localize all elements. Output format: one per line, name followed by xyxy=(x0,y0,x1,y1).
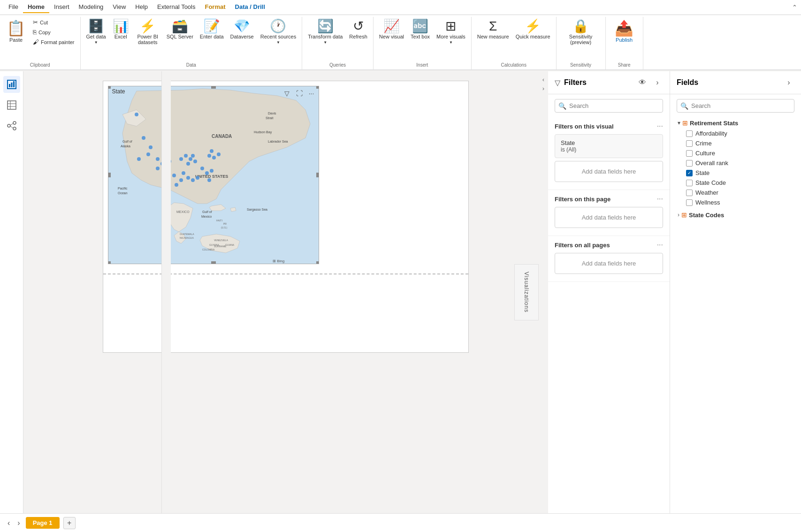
fields-expand-btn[interactable]: › xyxy=(783,77,794,88)
all-pages-add-fields[interactable]: Add data fields here xyxy=(555,253,663,274)
resize-handle-w[interactable] xyxy=(108,173,111,177)
svg-text:SURINAME: SURINAME xyxy=(214,245,227,248)
filters-panel: ‹ › Visualizations ▽ Filters 👁 › 🔍 Filte… xyxy=(548,71,670,513)
field-state-code[interactable]: State Code xyxy=(675,178,796,188)
map-more-btn[interactable]: ··· xyxy=(306,88,317,99)
svg-point-46 xyxy=(142,136,145,140)
paste-button[interactable]: 📋 Paste xyxy=(3,18,29,46)
copy-button[interactable]: ⎘ Copy xyxy=(30,28,77,37)
weather-label: Weather xyxy=(695,189,718,196)
state-codes-header[interactable]: › ⊞ State Codes xyxy=(675,209,796,220)
visual-add-fields[interactable]: Add data fields here xyxy=(555,161,663,182)
sensitivity-icon: 🔒 xyxy=(572,20,589,33)
map-expand-btn[interactable]: ⛶ xyxy=(294,88,305,99)
copy-icon: ⎘ xyxy=(33,29,37,36)
retirement-stats-header[interactable]: ▾ ⊞ Retirement Stats xyxy=(675,117,796,129)
filters-on-page-menu[interactable]: ··· xyxy=(657,195,663,203)
svg-text:GUIANA: GUIANA xyxy=(225,243,235,246)
map-visual[interactable]: State ▽ ⛶ ··· xyxy=(108,86,319,264)
map-filter-btn[interactable]: ▽ xyxy=(282,88,292,99)
enter-data-button[interactable]: 📝 Enter data xyxy=(197,18,227,41)
format-painter-button[interactable]: 🖌 Format painter xyxy=(30,38,77,46)
field-state[interactable]: ✓ State xyxy=(675,168,796,178)
wellness-checkbox[interactable] xyxy=(686,199,693,206)
menu-data-drill[interactable]: Data / Drill xyxy=(230,1,270,13)
field-crime[interactable]: Crime xyxy=(675,138,796,148)
state-filter-card[interactable]: State is (All) xyxy=(555,134,663,158)
menu-external-tools[interactable]: External Tools xyxy=(153,1,200,13)
field-overall-rank[interactable]: Overall rank xyxy=(675,158,796,168)
fields-search-input[interactable] xyxy=(677,99,794,113)
field-affordability[interactable]: Affordability xyxy=(675,129,796,138)
state-label: State xyxy=(695,169,709,176)
menu-insert[interactable]: Insert xyxy=(49,1,74,13)
cut-button[interactable]: ✂ Cut xyxy=(30,18,77,27)
svg-rect-3 xyxy=(13,81,15,87)
weather-checkbox[interactable] xyxy=(686,190,693,196)
transform-data-button[interactable]: 🔄 Transform data ▼ xyxy=(305,18,345,46)
quick-measure-button[interactable]: ⚡ Quick measure xyxy=(513,18,553,41)
menu-modeling[interactable]: Modeling xyxy=(74,1,108,13)
new-measure-button[interactable]: Σ New measure xyxy=(474,18,512,41)
resize-handle-n[interactable] xyxy=(211,86,216,89)
menu-home[interactable]: Home xyxy=(23,1,49,13)
page-add-fields[interactable]: Add data fields here xyxy=(555,207,663,228)
affordability-checkbox[interactable] xyxy=(686,130,693,137)
sidebar-report-btn[interactable] xyxy=(3,76,20,93)
filters-on-all-pages-menu[interactable]: ··· xyxy=(657,241,663,249)
visualizations-label: Visualizations xyxy=(523,272,530,312)
menu-help[interactable]: Help xyxy=(130,1,153,13)
map-title: State xyxy=(112,88,125,95)
field-wellness[interactable]: Wellness xyxy=(675,198,796,207)
new-visual-button[interactable]: 📈 New visual xyxy=(376,18,407,41)
culture-checkbox[interactable] xyxy=(686,150,693,157)
field-culture[interactable]: Culture xyxy=(675,148,796,158)
filters-search-input[interactable] xyxy=(555,99,663,113)
ribbon-collapse-btn[interactable]: ⌃ xyxy=(792,4,797,11)
dataverse-button[interactable]: 💎 Dataverse xyxy=(228,18,257,41)
add-page-btn[interactable]: + xyxy=(63,517,76,529)
filters-on-visual-menu[interactable]: ··· xyxy=(657,122,663,130)
svg-text:Labrador Sea: Labrador Sea xyxy=(268,140,288,143)
filters-icon: ▽ xyxy=(555,78,560,87)
state-code-checkbox[interactable] xyxy=(686,180,693,186)
next-page-btn[interactable]: › xyxy=(15,518,22,528)
sql-icon: 🗃️ xyxy=(172,20,188,33)
sidebar-model-btn[interactable] xyxy=(3,117,20,134)
dataverse-icon: 💎 xyxy=(234,20,250,33)
get-data-button[interactable]: 🗄️ Get data ▼ xyxy=(84,18,109,46)
refresh-button[interactable]: ↺ Refresh xyxy=(346,18,370,41)
filters-eye-btn[interactable]: 👁 xyxy=(637,77,648,88)
svg-text:NICARAGUA: NICARAGUA xyxy=(180,236,194,239)
overall-rank-checkbox[interactable] xyxy=(686,160,693,167)
state-checkbox[interactable]: ✓ xyxy=(686,170,693,176)
excel-button[interactable]: 📊 Excel xyxy=(110,18,132,41)
resize-handle-nw[interactable] xyxy=(108,86,111,89)
power-bi-datasets-button[interactable]: ⚡ Power BI datasets xyxy=(133,18,163,47)
visualizations-tab[interactable]: Visualizations xyxy=(514,264,539,320)
prev-page-btn[interactable]: ‹ xyxy=(6,518,12,528)
publish-button[interactable]: 📤 Publish xyxy=(611,18,637,46)
svg-point-56 xyxy=(179,157,183,161)
sidebar-data-btn[interactable] xyxy=(3,97,20,114)
menu-file[interactable]: File xyxy=(4,1,23,13)
filters-nav-prev[interactable]: ‹ xyxy=(542,76,544,83)
filters-nav-next[interactable]: › xyxy=(542,85,544,92)
crime-checkbox[interactable] xyxy=(686,140,693,147)
filters-header: ▽ Filters 👁 › xyxy=(548,71,670,94)
field-weather[interactable]: Weather xyxy=(675,188,796,198)
svg-point-69 xyxy=(207,154,211,158)
menu-format[interactable]: Format xyxy=(200,1,230,13)
filters-close-btn[interactable]: › xyxy=(652,77,663,88)
svg-rect-2 xyxy=(11,83,12,87)
svg-text:COLOMBIA: COLOMBIA xyxy=(202,248,215,251)
sensitivity-button[interactable]: 🔒 Sensitivity (preview) xyxy=(559,18,603,47)
recent-sources-button[interactable]: 🕐 Recent sources ▼ xyxy=(258,18,299,46)
sql-server-button[interactable]: 🗃️ SQL Server xyxy=(164,18,196,41)
svg-point-8 xyxy=(8,124,10,127)
svg-text:Strait: Strait xyxy=(266,116,273,120)
page-1-tab[interactable]: Page 1 xyxy=(26,517,60,529)
menu-view[interactable]: View xyxy=(108,1,130,13)
more-visuals-button[interactable]: ⊞ More visuals ▼ xyxy=(434,18,468,46)
text-box-button[interactable]: 🔤 Text box xyxy=(408,18,433,41)
